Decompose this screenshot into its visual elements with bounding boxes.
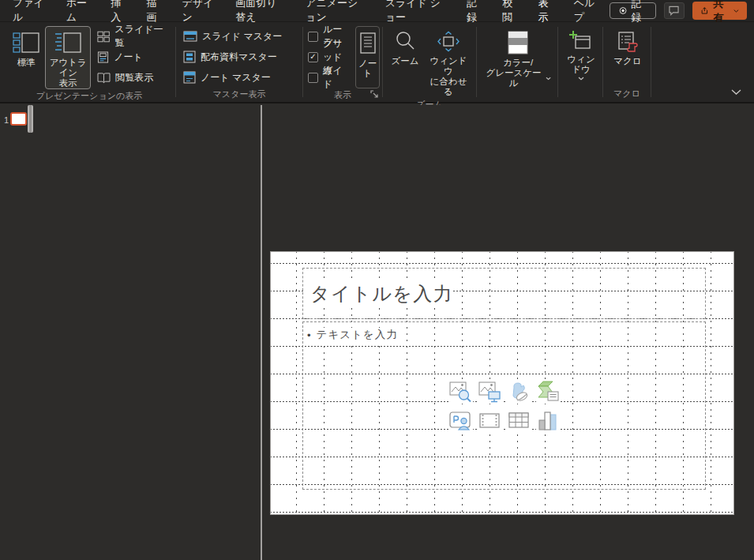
tab-record[interactable]: 記録	[457, 0, 493, 22]
ribbon-separator	[651, 27, 651, 97]
insert-table-icon[interactable]	[507, 408, 531, 432]
slide-sorter-button[interactable]: スライド一覧	[94, 26, 173, 47]
share-button[interactable]: 共有	[692, 2, 747, 20]
notes-page-button[interactable]: ノート	[94, 47, 173, 67]
notes-master-button[interactable]: ノート マスター	[180, 67, 300, 88]
bullet-glyph: •	[307, 329, 311, 341]
comments-button[interactable]	[664, 2, 684, 19]
outline-view-button[interactable]: アウトライン 表示	[45, 26, 91, 89]
ribbon-separator	[557, 27, 558, 97]
ribbon-separator	[302, 27, 303, 97]
macros-button[interactable]: マクロ	[609, 26, 647, 67]
show-dialog-launcher-icon[interactable]	[369, 89, 379, 99]
text-cursor	[28, 105, 33, 133]
ruler-checkbox[interactable]	[308, 32, 318, 42]
slide-master-button[interactable]: スライド マスター	[180, 26, 300, 47]
share-icon	[700, 6, 709, 16]
tab-draw[interactable]: 描画	[137, 0, 172, 22]
handout-master-icon	[183, 51, 196, 63]
tab-file[interactable]: ファイル	[3, 0, 57, 22]
insert-icons-icon[interactable]	[507, 379, 531, 404]
group-label-presentation-views: プレゼンテーションの表示	[4, 89, 174, 104]
macros-icon	[617, 31, 639, 53]
guides-checkbox-row[interactable]: ガイド	[306, 67, 351, 88]
content-placeholder[interactable]: • テキストを入力	[302, 321, 706, 490]
group-label-color-grayscale	[478, 89, 557, 102]
slide-sorter-icon	[97, 31, 110, 43]
ribbon-separator	[602, 27, 603, 97]
tab-help[interactable]: ヘルプ	[565, 0, 610, 22]
zoom-icon	[393, 31, 417, 53]
title-placeholder[interactable]: タイトルを入力	[302, 268, 706, 319]
reading-view-button[interactable]: 閲覧表示	[94, 67, 173, 88]
group-presentation-views: 標準 アウトライン 表示	[4, 24, 174, 102]
group-window: ウィンドウ	[559, 24, 602, 102]
body-prompt-row: • テキストを入力	[303, 322, 705, 342]
tab-home[interactable]: ホーム	[57, 0, 101, 22]
group-zoom: ズーム ウィンドウ に合わせる ズーム	[384, 24, 475, 102]
color-grayscale-icon	[508, 31, 528, 54]
ribbon-separator	[175, 27, 176, 97]
collapse-ribbon-icon[interactable]	[731, 89, 741, 96]
outline-view-icon	[54, 31, 82, 54]
comment-icon	[668, 6, 680, 16]
chevron-down-icon	[733, 9, 739, 13]
workspace: 1 タイトルを入力 • テキストを入力	[0, 105, 754, 560]
fit-to-window-button[interactable]: ウィンドウ に合わせる	[423, 26, 474, 98]
outline-pane[interactable]: 1	[0, 105, 261, 560]
gridlines-checkbox[interactable]: ✓	[308, 52, 318, 62]
group-show: ルーラー ✓ グリッド線 ガイド ノート	[304, 24, 381, 102]
tab-view[interactable]: 表示	[529, 0, 565, 22]
powerpoint-window: ファイル ホーム 挿入 描画 デザイン 画面切り替え アニメーション スライド …	[0, 0, 754, 560]
tab-insert[interactable]: 挿入	[101, 0, 137, 22]
group-label-master-views: マスター表示	[177, 88, 302, 103]
slide-canvas-area: タイトルを入力 • テキストを入力	[262, 105, 754, 560]
normal-view-icon	[12, 31, 40, 54]
color-grayscale-button[interactable]: カラー/ グレースケール	[482, 26, 554, 89]
menu-bar-right: 記録 共有	[610, 2, 754, 20]
title-placeholder-text: タイトルを入力	[303, 281, 453, 306]
notes-page-icon	[97, 51, 109, 63]
new-window-icon	[569, 31, 593, 51]
zoom-button[interactable]: ズーム	[387, 26, 423, 67]
body-placeholder-text: テキストを入力	[317, 328, 398, 342]
record-icon	[619, 6, 627, 16]
insert-chart-icon[interactable]	[536, 408, 561, 432]
tab-slideshow[interactable]: スライド ショー	[376, 0, 458, 22]
ribbon: 標準 アウトライン 表示	[0, 22, 754, 103]
reading-view-icon	[97, 72, 111, 84]
group-label-macros: マクロ	[604, 87, 650, 102]
chevron-down-icon	[578, 77, 584, 81]
insert-smartart-icon[interactable]	[536, 379, 561, 404]
content-insert-icons	[448, 379, 561, 432]
notes-pane-icon	[358, 32, 377, 54]
insert-cameo-icon[interactable]	[448, 408, 473, 432]
tab-animations[interactable]: アニメーション	[296, 0, 376, 22]
group-color-grayscale: カラー/ グレースケール	[478, 24, 557, 102]
insert-stock-images-icon[interactable]	[448, 379, 473, 404]
record-button[interactable]: 記録	[610, 2, 657, 19]
chevron-down-icon	[546, 77, 551, 81]
insert-pictures-icon[interactable]	[478, 379, 502, 404]
notes-pane-button[interactable]: ノート	[355, 26, 380, 88]
normal-view-button[interactable]: 標準	[7, 26, 45, 69]
guides-checkbox[interactable]	[308, 73, 318, 83]
window-button[interactable]: ウィンドウ	[562, 26, 600, 81]
ribbon-separator	[476, 27, 477, 97]
tab-transitions[interactable]: 画面切り替え	[226, 0, 296, 22]
slide[interactable]: タイトルを入力 • テキストを入力	[270, 251, 734, 515]
slide-thumbnail-icon[interactable]	[10, 112, 27, 126]
tab-review[interactable]: 校閲	[493, 0, 528, 22]
group-macros: マクロ マクロ	[604, 24, 650, 102]
fit-to-window-icon	[436, 31, 461, 53]
ribbon-separator	[382, 27, 383, 97]
insert-video-icon[interactable]	[478, 408, 502, 432]
notes-master-icon	[183, 71, 196, 84]
tab-design[interactable]: デザイン	[173, 0, 227, 22]
slide-master-icon	[183, 31, 197, 42]
slide-number: 1	[4, 115, 9, 125]
menu-bar: ファイル ホーム 挿入 描画 デザイン 画面切り替え アニメーション スライド …	[0, 0, 754, 22]
group-master-views: スライド マスター 配布資料マスター ノート	[177, 24, 302, 102]
handout-master-button[interactable]: 配布資料マスター	[180, 47, 300, 67]
check-icon: ✓	[309, 53, 316, 61]
